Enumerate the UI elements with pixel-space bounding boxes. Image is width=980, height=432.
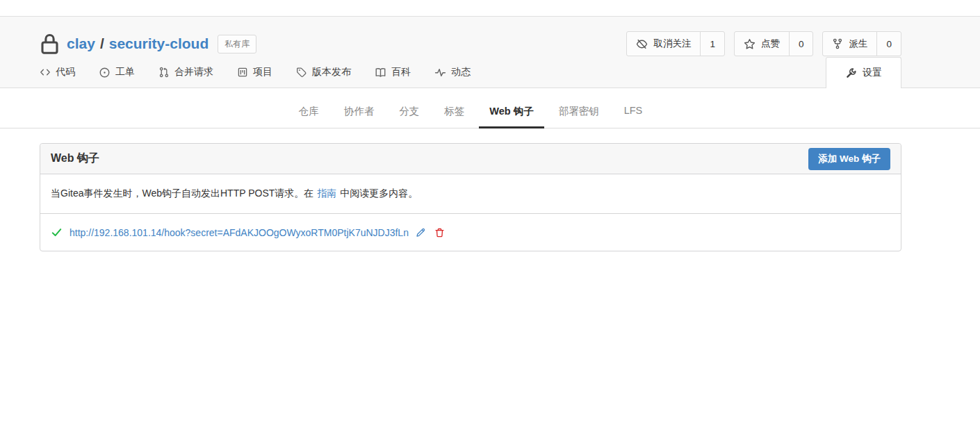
tab-pull-requests[interactable]: 合并请求: [158, 66, 213, 78]
submenu-repository[interactable]: 仓库: [288, 88, 329, 128]
webhook-url-link[interactable]: http://192.168.101.14/hook?secret=AFdAKJ…: [70, 227, 409, 238]
tab-settings[interactable]: 设置: [826, 57, 901, 88]
tab-label: 版本发布: [312, 66, 351, 78]
tab-label: 代码: [56, 66, 75, 78]
tab-activity[interactable]: 动态: [434, 66, 471, 78]
repo-nav-tabs: 代码 工单 合并请求: [40, 57, 901, 88]
tab-wiki[interactable]: 百科: [375, 66, 411, 78]
fork-icon: [832, 38, 843, 49]
submenu-deploy-keys[interactable]: 部署密钥: [548, 88, 610, 128]
issue-icon: [99, 67, 111, 78]
project-icon: [237, 67, 248, 78]
tab-label: 合并请求: [174, 66, 213, 78]
watch-count[interactable]: 1: [700, 32, 724, 56]
delete-webhook-icon[interactable]: [434, 227, 445, 238]
tab-label: 工单: [115, 66, 135, 78]
tab-label: 设置: [863, 67, 882, 79]
tab-label: 项目: [253, 66, 272, 78]
submenu-webhooks[interactable]: Web 钩子: [479, 88, 544, 128]
repo-name-link[interactable]: security-cloud: [109, 35, 209, 52]
private-repo-badge: 私有库: [218, 35, 256, 53]
description-suffix: 中阅读更多内容。: [340, 188, 418, 199]
repo-header: clay / security-cloud 私有库 取消关注: [0, 16, 980, 88]
guide-link[interactable]: 指南: [317, 188, 336, 199]
edit-webhook-icon[interactable]: [415, 227, 426, 238]
fork-count[interactable]: 0: [876, 32, 901, 56]
repo-title-row: clay / security-cloud 私有库 取消关注: [40, 17, 901, 57]
activity-icon: [434, 67, 446, 78]
fork-label: 派生: [849, 38, 867, 50]
repo-owner-link[interactable]: clay: [67, 35, 95, 52]
tab-projects[interactable]: 项目: [237, 66, 272, 78]
tag-icon: [296, 67, 307, 78]
wrench-icon: [845, 67, 857, 79]
add-webhook-button[interactable]: 添加 Web 钩子: [808, 148, 890, 170]
unwatch-label: 取消关注: [653, 38, 691, 50]
tab-releases[interactable]: 版本发布: [296, 66, 351, 78]
star-label: 点赞: [761, 38, 780, 50]
fork-button[interactable]: 派生 0: [822, 31, 901, 56]
webhooks-panel: Web 钩子 添加 Web 钩子 当Gitea事件发生时，Web钩子自动发出HT…: [40, 143, 901, 251]
description-prefix: 当Gitea事件发生时，Web钩子自动发出HTTP POST请求。在: [51, 188, 313, 199]
submenu-branches[interactable]: 分支: [389, 88, 430, 128]
unwatch-button[interactable]: 取消关注 1: [626, 31, 725, 56]
submenu-tags[interactable]: 标签: [434, 88, 475, 128]
code-icon: [40, 67, 51, 78]
eye-slash-icon: [636, 38, 648, 50]
webhook-list-item: http://192.168.101.14/hook?secret=AFdAKJ…: [40, 214, 901, 251]
repo-separator: /: [100, 35, 104, 52]
submenu-collaborators[interactable]: 协作者: [334, 88, 385, 128]
star-button[interactable]: 点赞 0: [734, 31, 814, 56]
submenu-lfs[interactable]: LFS: [614, 88, 653, 128]
webhooks-description: 当Gitea事件发生时，Web钩子自动发出HTTP POST请求。在指南中阅读更…: [40, 174, 901, 214]
lock-icon: [40, 33, 60, 56]
tab-label: 动态: [451, 66, 471, 78]
settings-submenu: 仓库 协作者 分支 标签 Web 钩子 部署密钥 LFS: [0, 88, 980, 128]
tab-issues[interactable]: 工单: [99, 66, 135, 78]
star-count[interactable]: 0: [789, 32, 813, 56]
top-strip: [0, 0, 980, 16]
repo-actions: 取消关注 1 点赞 0: [626, 31, 901, 56]
repo-title: clay / security-cloud: [67, 35, 209, 52]
wiki-icon: [375, 67, 386, 78]
star-icon: [744, 38, 756, 50]
pull-request-icon: [158, 67, 170, 78]
main-content: Web 钩子 添加 Web 钩子 当Gitea事件发生时，Web钩子自动发出HT…: [0, 128, 980, 251]
tab-label: 百科: [391, 66, 411, 78]
webhooks-panel-header: Web 钩子 添加 Web 钩子: [40, 144, 901, 174]
panel-title: Web 钩子: [51, 151, 99, 166]
tab-code[interactable]: 代码: [40, 66, 75, 78]
check-icon: [51, 226, 63, 238]
